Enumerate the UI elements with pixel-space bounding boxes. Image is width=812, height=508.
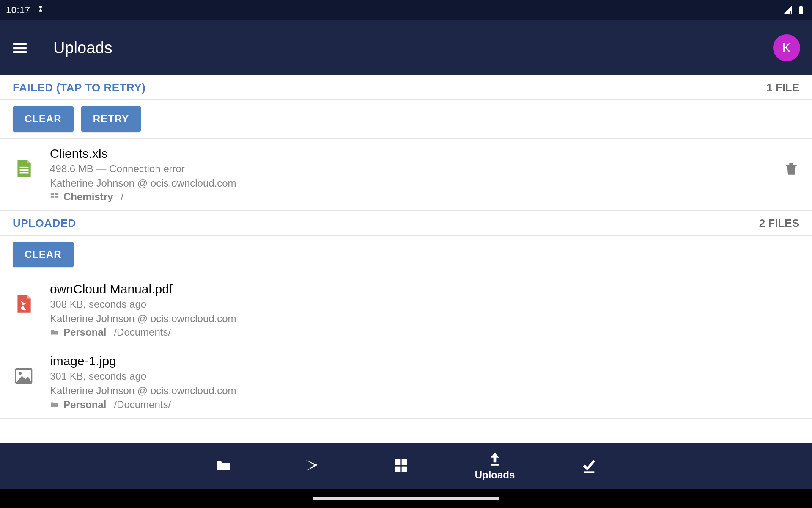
file-space: Personal (63, 399, 106, 411)
svg-rect-2 (799, 6, 803, 14)
folder-small-icon (50, 328, 59, 337)
uploaded-count: 2 FILES (759, 217, 799, 230)
svg-rect-19 (401, 467, 407, 472)
svg-rect-3 (801, 6, 802, 7)
svg-rect-6 (13, 51, 27, 53)
file-path-row: Personal /Documents/ (50, 326, 799, 338)
uploaded-header: UPLOADED 2 FILES (0, 211, 812, 236)
file-space: Personal (63, 326, 106, 338)
uploaded-button-row: CLEAR (0, 236, 812, 274)
uploaded-title: UPLOADED (13, 217, 76, 230)
file-account: Katherine Johnson @ ocis.owncloud.com (50, 176, 783, 190)
avatar-initial: K (782, 40, 791, 56)
delete-button[interactable] (783, 159, 799, 179)
bottom-nav: Uploads (0, 443, 812, 489)
grid-icon (392, 457, 409, 474)
retry-failed-button[interactable]: RETRY (81, 106, 141, 132)
failed-title: FAILED (TAP TO RETRY) (13, 81, 145, 94)
uploaded-item[interactable]: ownCloud Manual.pdf 308 KB, seconds ago … (0, 274, 812, 346)
svg-rect-18 (395, 467, 400, 472)
xls-icon (13, 157, 35, 179)
status-time: 10:17 (6, 5, 30, 16)
file-name: Clients.xls (50, 146, 783, 161)
failed-header[interactable]: FAILED (TAP TO RETRY) 1 FILE (0, 75, 812, 100)
file-subtext: 308 KB, seconds ago (50, 297, 799, 312)
svg-rect-8 (20, 169, 29, 171)
svg-rect-17 (401, 459, 407, 465)
failed-button-row: CLEAR RETRY (0, 100, 812, 139)
signal-icon: ! (782, 5, 793, 15)
nav-label-uploads: Uploads (475, 469, 515, 481)
trash-icon (783, 159, 799, 177)
svg-rect-21 (584, 471, 595, 473)
nav-share[interactable] (297, 457, 327, 474)
file-path: /Documents/ (114, 326, 171, 338)
app-root: 10:17 ! Uploads K FAILED (TAP TO RETRY) … (0, 0, 812, 508)
file-name: image-1.jpg (50, 354, 799, 368)
nav-offline[interactable] (574, 457, 604, 474)
space-grid-icon (50, 192, 59, 202)
content: FAILED (TAP TO RETRY) 1 FILE CLEAR RETRY… (0, 75, 812, 443)
gesture-pill[interactable] (313, 497, 499, 500)
file-account: Katherine Johnson @ ocis.owncloud.com (50, 384, 799, 398)
menu-icon (12, 40, 28, 56)
file-space: Chemistry (63, 191, 113, 203)
menu-button[interactable] (12, 40, 28, 56)
svg-rect-11 (55, 193, 58, 195)
folder-small-icon (50, 400, 59, 409)
svg-rect-7 (20, 167, 29, 168)
pdf-icon (13, 293, 35, 315)
uploaded-item[interactable]: image-1.jpg 301 KB, seconds ago Katherin… (0, 346, 812, 418)
page-title: Uploads (53, 39, 112, 57)
file-path-row: Chemistry / (50, 191, 783, 203)
file-name: ownCloud Manual.pdf (50, 282, 799, 296)
upload-icon (486, 450, 503, 467)
battery-icon (796, 5, 806, 15)
svg-rect-5 (13, 47, 27, 49)
nav-spaces[interactable] (386, 457, 416, 474)
file-path: /Documents/ (114, 399, 171, 411)
file-path-row: Personal /Documents/ (50, 399, 799, 411)
file-account: Katherine Johnson @ ocis.owncloud.com (50, 312, 799, 326)
svg-rect-12 (51, 196, 54, 198)
svg-rect-10 (51, 193, 54, 195)
nav-files[interactable] (208, 457, 238, 474)
svg-rect-4 (13, 43, 27, 45)
app-bar: Uploads K (0, 20, 812, 75)
file-subtext: 498.6 MB — Connection error (50, 162, 783, 176)
check-icon (580, 457, 597, 474)
svg-rect-13 (55, 196, 58, 198)
file-subtext: 301 KB, seconds ago (50, 369, 799, 384)
svg-point-15 (19, 372, 22, 375)
avatar[interactable]: K (773, 34, 800, 61)
file-path: / (121, 191, 123, 203)
failed-item[interactable]: Clients.xls 498.6 MB — Connection error … (0, 139, 812, 211)
gesture-bar (0, 489, 812, 508)
image-icon (13, 365, 35, 387)
svg-rect-16 (395, 459, 400, 465)
nav-uploads[interactable]: Uploads (475, 450, 515, 481)
failed-count: 1 FILE (766, 81, 799, 94)
clear-uploaded-button[interactable]: CLEAR (13, 242, 74, 267)
svg-text:!: ! (790, 11, 792, 15)
status-bar: 10:17 ! (0, 0, 812, 20)
clear-failed-button[interactable]: CLEAR (13, 106, 74, 132)
svg-rect-9 (20, 172, 29, 173)
share-icon (304, 457, 321, 474)
status-misc-icon (36, 5, 45, 16)
folder-icon (215, 457, 232, 474)
svg-rect-20 (491, 464, 499, 466)
